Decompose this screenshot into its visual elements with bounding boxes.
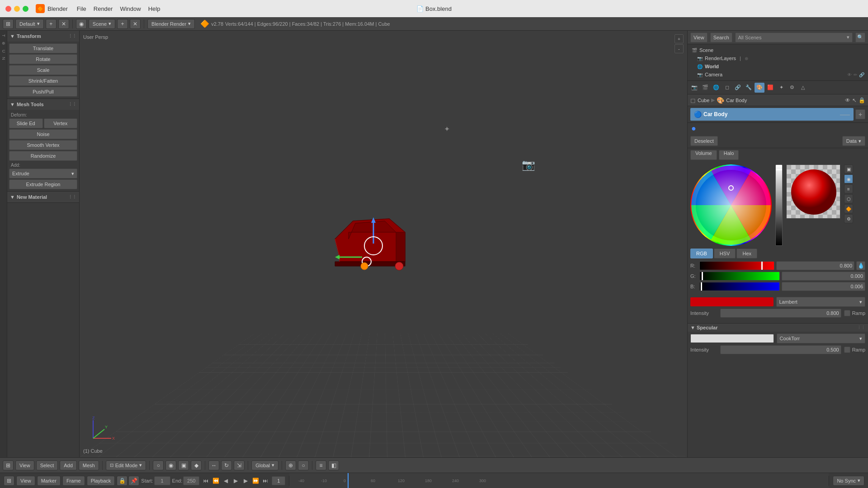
timeline-marker[interactable]: Marker: [37, 476, 61, 486]
select-menu[interactable]: Select: [36, 460, 58, 470]
world-props-btn[interactable]: 🌐: [711, 83, 721, 93]
viewport[interactable]: User Persp: [80, 31, 687, 457]
start-frame-input[interactable]: 1: [154, 476, 170, 485]
maximize-button[interactable]: [23, 6, 28, 12]
material-type-1[interactable]: ▣: [844, 164, 853, 174]
menu-window[interactable]: Window: [120, 5, 141, 12]
shrink-btn[interactable]: Shrink/Fatten: [9, 76, 77, 86]
ramp-checkbox[interactable]: [844, 310, 850, 316]
hex-tab[interactable]: Hex: [736, 249, 757, 258]
all-scenes-dropdown[interactable]: All Scenes ▾: [735, 33, 853, 42]
edit-mode-dropdown[interactable]: ⊡ Edit Mode ▾: [106, 460, 146, 470]
vtab-uvs[interactable]: U: [0, 48, 7, 55]
add-scene-btn[interactable]: +: [117, 19, 128, 29]
wireframe-btn[interactable]: ○: [153, 460, 164, 470]
prev-frame-btn[interactable]: ◀: [221, 476, 230, 485]
viewport-icon[interactable]: ⊞: [3, 460, 14, 470]
render-layers-item[interactable]: 📷 RenderLayers | ⊕: [689, 54, 866, 62]
search-btn[interactable]: Search: [710, 33, 732, 42]
color-wheel[interactable]: [690, 164, 772, 246]
view-btn[interactable]: View: [690, 33, 708, 42]
lambert-dropdown[interactable]: Lambert ▾: [776, 297, 866, 307]
scene-dropdown[interactable]: Scene ▾: [89, 19, 115, 29]
cursor-btn[interactable]: ↖: [852, 97, 857, 103]
color-value-strip[interactable]: [775, 164, 783, 246]
modifiers-btn[interactable]: 🔧: [744, 83, 754, 93]
prev-keyframe-btn[interactable]: ⏪: [211, 476, 220, 485]
global-dropdown[interactable]: Global ▾: [251, 460, 278, 470]
physics-btn[interactable]: ⚙: [787, 83, 797, 93]
close-button[interactable]: [5, 6, 11, 12]
next-keyframe-btn[interactable]: ⏩: [251, 476, 260, 485]
pushpull-btn[interactable]: Push/Pull: [9, 87, 77, 97]
rendered-btn[interactable]: ◆: [191, 460, 202, 470]
next-frame-btn[interactable]: ▶: [241, 476, 250, 485]
eye-visibility-btn[interactable]: 👁: [845, 97, 850, 103]
scene-root-item[interactable]: 🎬 Scene: [689, 46, 866, 54]
material-type-4[interactable]: ⬡: [844, 194, 853, 203]
scale-transform-btn[interactable]: ⇲: [234, 460, 245, 470]
menu-file[interactable]: File: [77, 5, 86, 12]
scene-props-btn[interactable]: 🎬: [700, 83, 710, 93]
intensity-value[interactable]: 0.800: [720, 309, 841, 318]
g-input[interactable]: 0.000: [782, 272, 866, 281]
search-icon-btn[interactable]: 🔍: [855, 33, 865, 42]
solid-btn[interactable]: ◉: [165, 460, 176, 470]
material-type-3[interactable]: ≡: [844, 184, 853, 193]
g-slider[interactable]: [699, 272, 780, 281]
close-workspace-btn[interactable]: ✕: [58, 19, 69, 29]
lock-btn[interactable]: 🔒: [117, 476, 127, 486]
snap-btn[interactable]: ⊕: [285, 460, 296, 470]
cooktorr-dropdown[interactable]: CookTorr ▾: [777, 333, 866, 343]
specular-color-bar[interactable]: [690, 334, 774, 343]
particles-btn[interactable]: ✦: [776, 83, 786, 93]
constraints-btn[interactable]: 🔗: [733, 83, 743, 93]
material-type-2-active[interactable]: ◉: [844, 174, 853, 183]
rotate-transform-btn[interactable]: ↻: [221, 460, 232, 470]
timeline-playback[interactable]: Playback: [87, 476, 115, 486]
noise-btn[interactable]: Noise: [9, 129, 77, 139]
nav-btn-1[interactable]: +: [675, 34, 684, 43]
nav-btn-2[interactable]: -: [675, 44, 684, 53]
hsv-tab[interactable]: HSV: [714, 249, 736, 258]
current-frame[interactable]: 1: [272, 476, 285, 485]
specular-intensity-value[interactable]: 0.500: [720, 345, 841, 354]
scene-icon-btn[interactable]: ◉: [76, 19, 87, 29]
r-slider[interactable]: [699, 261, 774, 270]
extrude-dropdown[interactable]: Extrude ▾: [9, 169, 77, 178]
mesh-menu[interactable]: Mesh: [79, 460, 99, 470]
volume-btn[interactable]: Volume: [690, 150, 717, 160]
jump-start-btn[interactable]: ⏮: [201, 476, 210, 485]
play-btn[interactable]: ▶: [231, 476, 240, 485]
slide-ed-btn[interactable]: Slide Ed: [9, 118, 43, 128]
timeline-frame[interactable]: Frame: [62, 476, 85, 486]
b-input[interactable]: 0.006: [782, 282, 866, 291]
diffuse-color-bar[interactable]: [690, 297, 774, 306]
material-props-btn[interactable]: 🎨: [755, 83, 764, 93]
material-type-6[interactable]: ⚙: [844, 214, 853, 223]
eyedropper-btn[interactable]: 💧: [856, 261, 865, 270]
vertex-btn[interactable]: Vertex: [44, 118, 78, 128]
minimize-button[interactable]: [14, 6, 20, 12]
rotate-btn[interactable]: Rotate: [9, 54, 77, 64]
smooth-vertex-btn[interactable]: Smooth Vertex: [9, 140, 77, 150]
overlay-btn[interactable]: ≡: [316, 460, 326, 470]
vtab-create[interactable]: ⊕: [0, 40, 7, 47]
r-input[interactable]: 0.800: [776, 261, 855, 270]
data-btn[interactable]: Data ▾: [842, 136, 865, 146]
timeline-view[interactable]: View: [16, 476, 35, 486]
timeline-icon[interactable]: ⊞: [4, 476, 14, 486]
pin-btn[interactable]: 📌: [128, 476, 139, 486]
timeline-ruler[interactable]: -40 -10 0 60 120 180 240 300: [289, 473, 829, 488]
menu-help[interactable]: Help: [148, 5, 160, 12]
jump-end-btn[interactable]: ⏭: [261, 476, 270, 485]
halo-btn[interactable]: Halo: [719, 150, 739, 160]
add-menu[interactable]: Add: [60, 460, 77, 470]
specular-ramp-checkbox[interactable]: [844, 347, 850, 353]
texture-btn[interactable]: ▣: [178, 460, 189, 470]
render-engine-dropdown[interactable]: Blender Render ▾: [147, 19, 195, 29]
scale-btn[interactable]: Scale: [9, 65, 77, 75]
app-menu[interactable]: File Render Window Help: [77, 5, 160, 12]
vtab-options[interactable]: N: [0, 55, 7, 62]
mesh-tools-header[interactable]: ▼ Mesh Tools ⋮⋮: [7, 99, 79, 110]
